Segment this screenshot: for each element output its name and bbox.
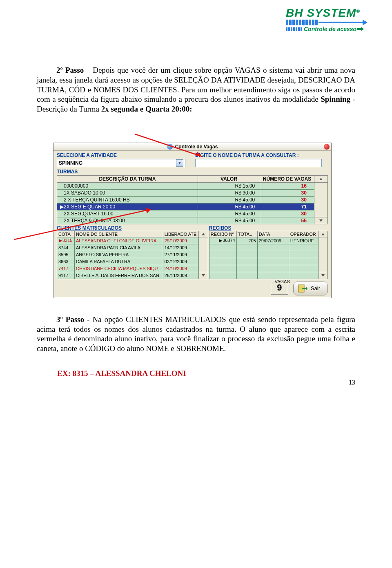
svg-marker-10 <box>202 233 205 235</box>
cliente-row[interactable]: 8663CAMILA RAFAELA DUTRA02/12/2009 <box>57 258 208 265</box>
paragraph-step-3: 3º Passo - Na opção CLIENTES MATRICULADO… <box>37 315 355 353</box>
logo-subtitle: Controle de acesso <box>286 26 368 32</box>
svg-marker-12 <box>321 233 325 235</box>
th-recibo-num: RECIBO Nº <box>209 231 236 237</box>
svg-line-4 <box>135 134 202 157</box>
svg-line-6 <box>14 209 151 239</box>
annotation-arrow-1 <box>131 132 212 181</box>
scroll-up-icon[interactable] <box>318 231 328 237</box>
logo-bars-icon <box>286 20 368 25</box>
cliente-row[interactable]: 7417CHRISTIANE CECILIA MARQUES SIQU24/10… <box>57 265 208 272</box>
cliente-row[interactable]: 8744ALESSANDRA PATRICIA AVILA14/12/2009 <box>57 244 208 251</box>
brand-logo: BH SYSTEM® Controle de acesso <box>286 7 368 32</box>
recibo-row-empty <box>209 258 327 265</box>
turmas-row[interactable]: 000000000 R$ 15,00 16 <box>57 182 328 189</box>
th-total: TOTAL <box>236 231 257 237</box>
svg-marker-13 <box>321 274 325 277</box>
example-line: EX: 8315 – ALESSANDRA CHELONI <box>57 369 355 378</box>
page-number: 13 <box>349 379 355 386</box>
label-turma-name: DIGITE O NOME DA TURMA A CONSULTAR : <box>195 152 328 158</box>
vagas-counter: VAGAS 9 <box>271 282 288 295</box>
activity-combo-value: SPINNING <box>59 159 82 167</box>
recibo-row-empty <box>209 251 327 258</box>
svg-rect-0 <box>318 22 363 23</box>
recibo-row-empty <box>209 265 327 272</box>
recibos-section-label: RECIBOS <box>209 225 328 231</box>
scroll-down-icon[interactable] <box>314 217 327 224</box>
recibo-row-empty <box>209 272 327 279</box>
recibos-table: RECIBO Nº TOTAL DATA OPERADOR ▶36374 205… <box>209 231 328 279</box>
vagas-label: VAGAS <box>274 279 291 284</box>
svg-marker-9 <box>319 219 323 222</box>
recibos-header-row: RECIBO Nº TOTAL DATA OPERADOR <box>209 231 327 237</box>
annotation-arrow-2 <box>12 190 167 243</box>
exit-button-label: Sair <box>311 285 320 291</box>
svg-marker-11 <box>202 274 205 277</box>
th-liberado: LIBERADO ATÉ <box>163 231 198 237</box>
cliente-row[interactable]: 8595ANGELO SILVA PEREIRA27/11/2009 <box>57 251 208 258</box>
svg-marker-3 <box>361 27 364 31</box>
recibo-row[interactable]: ▶36374 205 29/07/2009 HENRIQUE <box>209 237 327 244</box>
cliente-row[interactable]: 9117CIBELLE ALDALIS FERREIRA DOS SAN26/1… <box>57 272 208 279</box>
recibo-row-empty <box>209 244 327 251</box>
svg-marker-1 <box>363 20 368 25</box>
svg-marker-7 <box>145 208 151 213</box>
svg-marker-8 <box>319 178 323 180</box>
th-data: DATA <box>257 231 289 237</box>
scroll-up-icon[interactable] <box>198 231 208 237</box>
svg-marker-5 <box>196 152 202 157</box>
logo-main-text: BH SYSTEM® <box>286 7 368 19</box>
turma-name-input[interactable] <box>195 159 322 167</box>
scroll-up-icon[interactable] <box>314 175 327 182</box>
close-icon[interactable] <box>324 144 330 150</box>
exit-icon <box>298 284 307 293</box>
exit-button[interactable]: Sair <box>293 282 328 295</box>
th-vagas: NÚMERO DE VAGAS <box>260 175 314 182</box>
th-operador: OPERADOR <box>289 231 318 237</box>
svg-rect-2 <box>357 28 361 30</box>
scroll-down-icon[interactable] <box>198 272 208 279</box>
scroll-down-icon[interactable] <box>318 272 328 279</box>
vagas-value: 9 <box>277 283 282 293</box>
paragraph-step-2: 2º Passo – Depois que você der um clique… <box>37 65 355 114</box>
